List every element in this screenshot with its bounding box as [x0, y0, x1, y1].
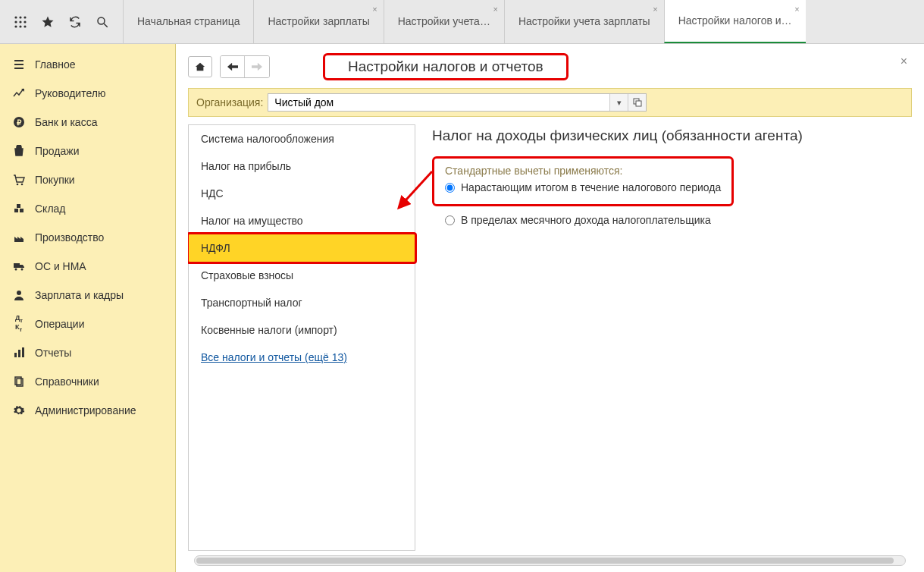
dk-icon: ДтКт	[12, 317, 26, 331]
menu-icon	[12, 58, 26, 71]
sidebar-label: Покупки	[35, 174, 75, 186]
svg-rect-21	[14, 353, 17, 357]
star-icon[interactable]	[41, 15, 55, 29]
svg-rect-23	[22, 347, 24, 357]
sidebar-label: Операции	[35, 318, 85, 330]
content: Система налогообложения Налог на прибыль…	[188, 124, 912, 551]
tab-salary-accounting[interactable]: Настройки учета зарплаты×	[504, 0, 664, 43]
sidebar-label: ОС и НМА	[35, 260, 86, 272]
tax-item[interactable]: Налог на прибыль	[189, 152, 415, 180]
tax-item-label: НДФЛ	[201, 242, 230, 254]
svg-point-8	[23, 25, 26, 27]
chart-line-icon	[12, 86, 26, 100]
all-taxes-link[interactable]: Все налоги и отчеты (ещё 13)	[201, 351, 347, 363]
home-button[interactable]	[188, 56, 212, 77]
back-button[interactable]	[221, 56, 245, 77]
svg-point-4	[19, 20, 21, 23]
ruble-icon: ₽	[12, 115, 26, 129]
svg-point-7	[19, 25, 21, 27]
svg-rect-15	[14, 209, 18, 212]
sidebar-item-reference[interactable]: Справочники	[0, 367, 175, 396]
docs-icon	[12, 375, 26, 388]
sidebar-item-purchases[interactable]: Покупки	[0, 165, 175, 194]
gear-icon	[12, 404, 26, 417]
radio-input[interactable]	[445, 215, 455, 225]
tax-item-ndfl[interactable]: НДФЛ	[189, 234, 415, 262]
svg-point-18	[15, 269, 17, 271]
org-dropdown-button[interactable]: ▾	[609, 94, 628, 111]
svg-point-6	[14, 25, 17, 27]
boxes-icon	[12, 202, 26, 215]
sidebar: Главное Руководителю ₽ Банк и касса Прод…	[0, 44, 176, 572]
sidebar-label: Руководителю	[35, 87, 105, 99]
cart-icon	[12, 173, 26, 187]
radio-cumulative[interactable]: Нарастающим итогом в течение налогового …	[445, 181, 721, 193]
org-input[interactable]	[268, 94, 609, 111]
svg-point-14	[21, 184, 23, 186]
tab-accounting-settings[interactable]: Настройки учета…×	[384, 0, 504, 43]
close-page-icon[interactable]: ×	[901, 55, 907, 68]
org-open-button[interactable]	[628, 94, 646, 111]
tax-item[interactable]: НДС	[189, 180, 415, 207]
sidebar-item-admin[interactable]: Администрирование	[0, 396, 175, 425]
tab-tax-settings[interactable]: Настройки налогов и…×	[664, 0, 806, 43]
sidebar-item-assets[interactable]: ОС и НМА	[0, 252, 175, 281]
org-label: Организация:	[196, 96, 263, 108]
tax-item[interactable]: Страховые взносы	[189, 262, 415, 289]
sidebar-item-salary[interactable]: Зарплата и кадры	[0, 281, 175, 310]
tax-item[interactable]: Транспортный налог	[189, 289, 415, 316]
bars-icon	[12, 346, 26, 360]
bag-icon	[12, 144, 26, 158]
tab-label: Настройки учета зарплаты	[518, 15, 650, 28]
sidebar-item-operations[interactable]: ДтКт Операции	[0, 310, 175, 338]
sidebar-item-sales[interactable]: Продажи	[0, 137, 175, 165]
svg-point-9	[98, 17, 105, 24]
forward-button	[245, 56, 269, 77]
svg-point-3	[14, 20, 17, 23]
close-icon[interactable]: ×	[372, 5, 377, 14]
tab-salary-settings[interactable]: Настройки зарплаты×	[253, 0, 383, 43]
detail: Налог на доходы физических лиц (обязанно…	[415, 124, 912, 551]
sidebar-label: Отчеты	[35, 347, 71, 359]
radio-monthly[interactable]: В пределах месячного дохода налогоплател…	[432, 209, 912, 226]
person-icon	[12, 288, 26, 302]
sidebar-label: Зарплата и кадры	[35, 289, 124, 301]
sidebar-item-reports[interactable]: Отчеты	[0, 338, 175, 367]
apps-icon[interactable]	[14, 15, 27, 29]
radio-input[interactable]	[445, 183, 455, 193]
detail-title: Налог на доходы физических лиц (обязанно…	[432, 127, 912, 144]
tax-more-link: Все налоги и отчеты (ещё 13)	[189, 344, 415, 371]
svg-rect-17	[17, 204, 20, 208]
tax-item[interactable]: Косвенные налоги (импорт)	[189, 316, 415, 344]
tab-label: Настройки зарплаты	[268, 15, 369, 28]
sidebar-item-manager[interactable]: Руководителю	[0, 79, 175, 108]
scrollbar-thumb[interactable]	[196, 558, 894, 564]
page-title-highlight: Настройки налогов и отчетов	[323, 53, 568, 80]
svg-point-2	[23, 16, 26, 18]
radio-label: Нарастающим итогом в течение налогового …	[461, 181, 721, 193]
titlebar: Настройки налогов и отчетов	[188, 53, 912, 80]
layout: Главное Руководителю ₽ Банк и касса Прод…	[0, 44, 924, 572]
horizontal-scrollbar[interactable]	[194, 555, 906, 566]
tax-item[interactable]: Налог на имущество	[189, 207, 415, 234]
sidebar-item-bank[interactable]: ₽ Банк и касса	[0, 108, 175, 137]
tax-list: Система налогообложения Налог на прибыль…	[188, 124, 415, 551]
tax-item[interactable]: Система налогообложения	[189, 125, 415, 152]
sidebar-item-main[interactable]: Главное	[0, 50, 175, 79]
close-icon[interactable]: ×	[794, 5, 799, 14]
org-bar: Организация: ▾	[188, 88, 912, 117]
sidebar-item-warehouse[interactable]: Склад	[0, 194, 175, 223]
truck-icon	[12, 259, 26, 273]
svg-point-19	[21, 269, 23, 271]
close-icon[interactable]: ×	[493, 5, 497, 14]
search-icon[interactable]	[96, 15, 109, 29]
sidebar-item-production[interactable]: Производство	[0, 223, 175, 252]
radio-label: В пределах месячного дохода налогоплател…	[461, 214, 711, 226]
sidebar-label: Главное	[35, 58, 76, 71]
svg-rect-16	[20, 209, 23, 212]
sidebar-label: Администрирование	[35, 404, 136, 416]
tab-home[interactable]: Начальная страница	[123, 0, 253, 43]
sidebar-label: Склад	[35, 203, 66, 215]
close-icon[interactable]: ×	[653, 5, 657, 14]
history-icon[interactable]	[68, 15, 82, 29]
